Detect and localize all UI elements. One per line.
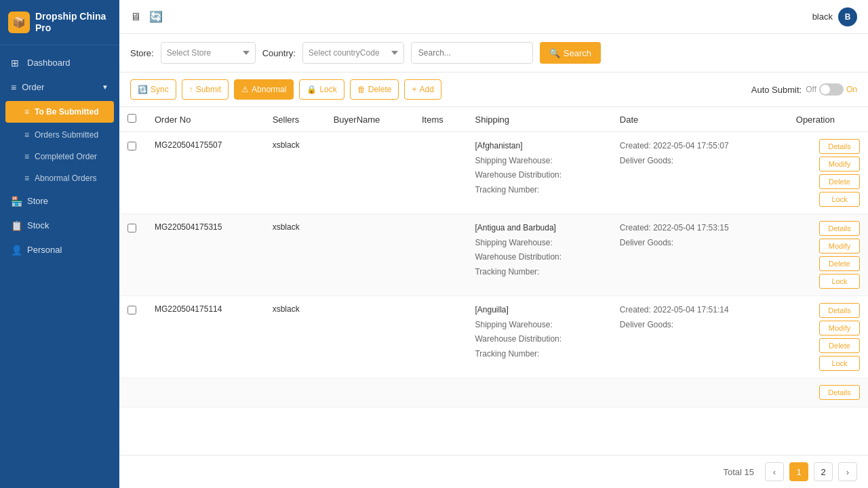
row-date: Created: 2022-05-04 17:53:15 Deliver Goo… xyxy=(612,214,788,296)
toggle-on-label: On xyxy=(846,85,857,94)
sidebar-item-abnormal-orders[interactable]: ≡ Abnormal Orders xyxy=(0,167,119,189)
sidebar-item-label: Orders Submitted xyxy=(35,130,98,140)
sidebar-item-to-be-submitted[interactable]: ≡ To Be Submitted xyxy=(5,101,114,123)
date-deliver: Deliver Goods: xyxy=(620,236,780,251)
sidebar-item-stock[interactable]: 📋 Stock xyxy=(0,214,119,238)
details-button[interactable]: Details xyxy=(819,303,860,318)
modify-button[interactable]: Modify xyxy=(819,239,860,253)
lock-button[interactable]: 🔒 Lock xyxy=(299,79,344,100)
sync-button[interactable]: 🔃 Sync xyxy=(130,79,176,100)
row-checkbox-cell xyxy=(119,132,146,214)
add-button[interactable]: + Add xyxy=(404,79,441,100)
auto-submit-label: Auto Submit: xyxy=(751,85,802,95)
app-logo[interactable]: 📦 Dropship China Pro xyxy=(0,0,119,45)
sidebar-item-label: To Be Submitted xyxy=(35,107,98,117)
sidebar-item-label: Store xyxy=(27,196,48,206)
lock-button[interactable]: Lock xyxy=(819,192,860,207)
sidebar-item-dashboard[interactable]: ⊞ Dashboard xyxy=(0,51,119,75)
delete-button[interactable]: Delete xyxy=(819,174,860,189)
delete-icon: 🗑 xyxy=(357,85,366,94)
auto-submit-toggle[interactable] xyxy=(819,83,844,96)
store-select[interactable]: Select Store xyxy=(161,42,256,64)
add-icon: + xyxy=(412,85,416,94)
submit-button[interactable]: ↑ Submit xyxy=(182,79,229,100)
dashboard-icon: ⊞ xyxy=(11,58,22,68)
details-button[interactable]: Details xyxy=(819,221,860,236)
shipping-tracking: Tracking Number: xyxy=(475,265,603,280)
modify-button[interactable]: Modify xyxy=(819,157,860,171)
row-checkbox[interactable] xyxy=(127,306,136,314)
search-icon: 🔍 xyxy=(549,48,560,58)
delete-button[interactable]: Delete xyxy=(819,256,860,271)
toggle-off-label: Off xyxy=(806,85,816,94)
details-button[interactable]: Details xyxy=(819,139,860,154)
date-created: Created: 2022-05-04 17:55:07 xyxy=(620,139,780,154)
main-content: 🖥 🔄 black B Store: Select Store Country:… xyxy=(119,0,868,488)
filter-bar: Store: Select Store Country: Select coun… xyxy=(119,34,868,73)
topbar-left: 🖥 🔄 xyxy=(130,10,163,23)
search-input[interactable] xyxy=(411,42,533,64)
row-shipping: [Afghanistan] Shipping Warehouse: Wareho… xyxy=(467,132,611,214)
select-all-checkbox[interactable] xyxy=(127,114,136,123)
row-sellers: xsblack xyxy=(264,132,326,214)
row-date xyxy=(612,378,788,407)
row-checkbox[interactable] xyxy=(127,142,136,150)
prev-page-button[interactable]: ‹ xyxy=(765,462,784,481)
sidebar-item-order[interactable]: ≡ Order ▼ xyxy=(0,75,119,100)
row-buyer-name xyxy=(326,296,414,378)
lock-button[interactable]: Lock xyxy=(819,356,860,371)
sidebar-item-label: Completed Order xyxy=(35,152,97,161)
sync-icon: 🔃 xyxy=(138,85,148,94)
sidebar-item-label: Personal xyxy=(27,245,62,255)
avatar[interactable]: B xyxy=(838,7,857,26)
sidebar-item-label: Dashboard xyxy=(27,58,71,68)
row-items xyxy=(414,132,467,214)
col-header-buyer-name: BuyerName xyxy=(326,107,414,132)
order-icon: ≡ xyxy=(11,82,16,93)
row-order-no xyxy=(146,378,264,407)
row-checkbox[interactable] xyxy=(127,224,136,232)
row-shipping xyxy=(467,378,611,407)
shipping-warehouse: Shipping Warehouse: xyxy=(475,154,603,169)
shipping-warehouse: Shipping Warehouse: xyxy=(475,236,603,251)
action-bar: 🔃 Sync ↑ Submit ⚠ Abnormal 🔒 Lock 🗑 Dele… xyxy=(119,73,868,107)
col-header-sellers: Sellers xyxy=(264,107,326,132)
search-button[interactable]: 🔍 Search xyxy=(540,42,601,64)
monitor-icon[interactable]: 🖥 xyxy=(130,11,141,23)
row-buyer-name xyxy=(326,214,414,296)
row-items xyxy=(414,214,467,296)
personal-icon: 👤 xyxy=(11,245,22,256)
delete-button[interactable]: 🗑 Delete xyxy=(350,79,399,100)
sidebar-item-personal[interactable]: 👤 Personal xyxy=(0,238,119,262)
modify-button[interactable]: Modify xyxy=(819,321,860,336)
user-name: black xyxy=(812,12,833,22)
sidebar: 📦 Dropship China Pro ⊞ Dashboard ≡ Order… xyxy=(0,0,119,488)
lock-button[interactable]: Lock xyxy=(819,274,860,289)
row-date: Created: 2022-05-04 17:51:14 Deliver Goo… xyxy=(612,296,788,378)
list-icon: ≡ xyxy=(24,152,29,161)
details-button[interactable]: Details xyxy=(819,385,860,400)
shipping-tracking: Tracking Number: xyxy=(475,347,603,362)
page-2-button[interactable]: 2 xyxy=(814,462,833,481)
sidebar-item-completed-order[interactable]: ≡ Completed Order xyxy=(0,146,119,167)
row-buyer-name xyxy=(326,378,414,407)
sidebar-item-orders-submitted[interactable]: ≡ Orders Submitted xyxy=(0,124,119,146)
row-date: Created: 2022-05-04 17:55:07 Deliver Goo… xyxy=(612,132,788,214)
delete-button[interactable]: Delete xyxy=(819,338,860,353)
country-select[interactable]: Select countryCode xyxy=(302,42,404,64)
table-row: MG220504175507 xsblack [Afghanistan] Shi… xyxy=(119,132,868,214)
orders-table: Order No Sellers BuyerName Items Shippin… xyxy=(119,107,868,407)
list-icon: ≡ xyxy=(24,130,29,140)
col-header-operation: Operation xyxy=(788,107,868,132)
row-checkbox-cell xyxy=(119,378,146,407)
next-page-button[interactable]: › xyxy=(838,462,857,481)
row-operations: DetailsModifyDeleteLock xyxy=(788,296,868,378)
topbar: 🖥 🔄 black B xyxy=(119,0,868,34)
refresh-icon[interactable]: 🔄 xyxy=(149,10,163,23)
upload-icon: ↑ xyxy=(189,85,193,94)
page-1-button[interactable]: 1 xyxy=(789,462,808,481)
sidebar-item-store[interactable]: 🏪 Store xyxy=(0,189,119,214)
abnormal-button[interactable]: ⚠ Abnormal xyxy=(234,79,294,100)
date-deliver: Deliver Goods: xyxy=(620,318,780,333)
col-header-date: Date xyxy=(612,107,788,132)
